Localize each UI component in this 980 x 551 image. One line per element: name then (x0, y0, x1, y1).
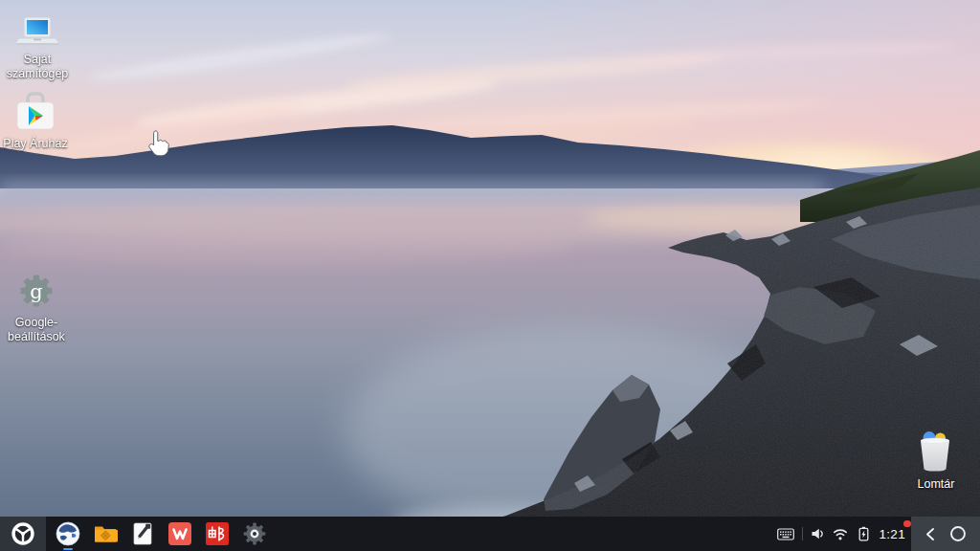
mail-icon (205, 521, 230, 546)
notes-pen-icon (130, 521, 155, 546)
desktop-icon-google-settings[interactable]: g Google-beállítások (0, 269, 78, 344)
home-icon[interactable] (949, 525, 967, 542)
desktop-icon-play-store[interactable]: Play Áruház (0, 90, 77, 151)
browser-globe-icon (56, 521, 80, 546)
trash-bin-icon (914, 430, 958, 473)
desktop-icon-trash[interactable]: Lomtár (895, 430, 977, 492)
wifi-icon[interactable] (833, 528, 848, 540)
volume-icon[interactable] (811, 527, 825, 540)
desktop-screen: Saját számítógép Play Áruház (0, 0, 980, 551)
back-icon[interactable] (924, 527, 936, 541)
notification-dot (903, 520, 911, 528)
icon-label: Saját számítógép (0, 53, 78, 81)
taskbar-app-wps-office[interactable] (167, 517, 192, 551)
taskbar-app-mail[interactable] (205, 517, 230, 551)
taskbar-app-file-manager[interactable] (93, 517, 118, 551)
computer-laptop-icon (14, 6, 60, 48)
wallpaper-image (0, 0, 980, 551)
nav-buttons (911, 517, 980, 551)
wps-office-icon (167, 521, 192, 546)
keyboard-icon[interactable] (777, 528, 794, 540)
phoenix-os-logo-icon (10, 520, 36, 547)
system-tray: 1:21 (777, 517, 911, 551)
running-indicator (63, 548, 73, 551)
icon-label: Google-beállítások (0, 316, 78, 344)
clock[interactable]: 1:21 (880, 527, 905, 541)
tray-separator (802, 527, 803, 540)
taskbar-app-browser[interactable] (56, 517, 80, 551)
start-button[interactable] (0, 517, 46, 551)
taskbar: 1:21 (0, 517, 980, 551)
taskbar-app-notes[interactable] (130, 517, 155, 551)
icon-label: Lomtár (918, 477, 955, 492)
svg-text:g: g (30, 280, 42, 303)
battery-icon[interactable] (856, 526, 872, 541)
folder-icon (93, 521, 118, 546)
icon-label: Play Áruház (3, 137, 67, 151)
taskbar-apps (56, 517, 267, 551)
desktop-icon-my-computer[interactable]: Saját számítógép (0, 6, 78, 81)
play-store-icon (13, 90, 57, 132)
settings-gear-icon (242, 521, 267, 546)
google-settings-gear-icon: g (14, 269, 58, 311)
taskbar-app-settings[interactable] (242, 517, 267, 551)
